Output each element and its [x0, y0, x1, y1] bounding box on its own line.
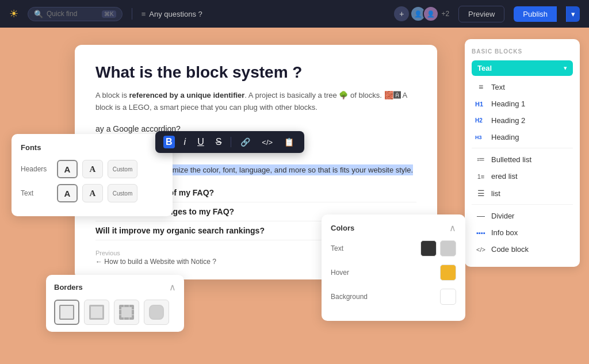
hover-color-row: Hover	[331, 265, 456, 281]
border-option-1[interactable]	[54, 300, 79, 325]
avatar-count: +2	[441, 10, 449, 18]
pagination-prev[interactable]: Previous ← How to build a Website with N…	[95, 250, 216, 266]
infobox-icon: ▪▪▪▪	[475, 229, 487, 236]
sidebar-item-divider-label: Divider	[491, 212, 514, 220]
sidebar-item-numbered-label: ered list	[491, 172, 518, 181]
format-toolbar: B i U S 🔗 </> 📋	[155, 131, 304, 153]
sidebar-divider-1	[472, 148, 573, 148]
search-bar[interactable]: 🔍 ⌘K	[28, 7, 123, 21]
publish-button[interactable]: Publish	[514, 6, 557, 22]
content-description: A block is referenced by a unique identi…	[95, 90, 416, 114]
text-font-option-1[interactable]: A	[57, 184, 78, 202]
fonts-panel: Fonts ∧ Headers A A Custom Text A A Cust…	[12, 134, 173, 216]
background-color-label: Background	[331, 293, 368, 301]
link-button[interactable]: 🔗	[238, 136, 253, 148]
search-icon: 🔍	[34, 10, 43, 18]
colors-panel-close[interactable]: ∧	[449, 223, 456, 233]
sidebar-item-divider[interactable]: — Divider	[472, 207, 573, 224]
hover-color-swatches	[440, 265, 456, 281]
text-font-custom[interactable]: Custom	[108, 184, 137, 202]
sidebar-item-heading1[interactable]: H1 Heading 1	[472, 95, 573, 112]
sidebar-item-text[interactable]: ≡ Text	[472, 78, 573, 95]
code-button[interactable]: </>	[259, 137, 275, 148]
text-color-dark-swatch[interactable]	[420, 240, 437, 256]
text-font-option-2[interactable]: A	[82, 184, 103, 202]
text-font-label: Text	[21, 189, 52, 197]
italic-button[interactable]: i	[182, 136, 189, 148]
bold-button[interactable]: B	[163, 136, 175, 148]
teal-label: Teal	[477, 64, 492, 72]
list-icon: ☰	[475, 189, 487, 198]
sidebar-item-numbered[interactable]: 1≡ ered list	[472, 168, 573, 185]
sidebar-item-h1-label: Heading 1	[491, 99, 525, 108]
text-color-row: Text	[331, 240, 456, 256]
more-button[interactable]: 📋	[282, 136, 296, 148]
questions-label: Any questions ?	[149, 10, 202, 18]
h3-icon: H3	[475, 135, 487, 140]
text-color-light-swatch[interactable]	[440, 240, 456, 256]
sidebar-divider-2	[472, 204, 573, 205]
background-color-swatches	[440, 289, 456, 305]
hover-color-swatch[interactable]	[440, 265, 456, 281]
publish-dropdown-button[interactable]: ▾	[566, 6, 580, 22]
teal-chevron-icon: ▾	[564, 64, 567, 72]
right-sidebar: BASIC BLOCKS Teal ▾ ≡ Text H1 Heading 1 …	[465, 39, 580, 267]
sidebar-item-codeblock[interactable]: </> Code block	[472, 241, 573, 258]
nav-divider	[132, 8, 132, 20]
bulleted-list-icon: ≔	[475, 155, 487, 164]
avatar-2: 👤	[423, 6, 439, 22]
borders-panel-header: Borders ∧	[54, 282, 176, 293]
border-options	[54, 300, 176, 325]
border-option-4[interactable]	[144, 300, 169, 325]
search-input[interactable]	[47, 10, 98, 18]
text-color-label: Text	[331, 244, 343, 252]
numbered-list-icon: 1≡	[475, 173, 487, 180]
border-option-2[interactable]	[84, 300, 109, 325]
headers-font-option-2[interactable]: A	[82, 160, 103, 178]
page-title: What is the block system ?	[95, 63, 416, 82]
divider-icon: —	[475, 211, 487, 220]
sidebar-item-h3-label: Heading	[491, 133, 519, 141]
prev-label: Previous	[95, 250, 120, 256]
hover-color-label: Hover	[331, 269, 349, 277]
headers-font-row: Headers A A Custom	[21, 160, 163, 178]
preview-button[interactable]: Preview	[458, 6, 504, 22]
text-font-row: Text A A Custom	[21, 184, 163, 202]
fonts-panel-header: Fonts ∧	[21, 142, 163, 153]
underline-button[interactable]: U	[195, 136, 206, 148]
codeblock-icon: </>	[475, 246, 487, 253]
borders-panel-close[interactable]: ∧	[169, 282, 176, 293]
sidebar-item-list[interactable]: ☰ list	[472, 185, 573, 202]
nav-questions[interactable]: ≡ Any questions ?	[141, 10, 202, 18]
fonts-panel-title: Fonts	[21, 143, 41, 152]
sidebar-item-heading2[interactable]: H2 Heading 2	[472, 112, 573, 129]
strikethrough-button[interactable]: S	[213, 136, 224, 148]
headers-font-option-1[interactable]: A	[57, 160, 78, 178]
sidebar-item-list-label: list	[491, 189, 500, 198]
sidebar-item-infobox-label: Info box	[491, 228, 518, 237]
colors-panel: Colors ∧ Text Hover Background	[322, 214, 465, 321]
main-area: What is the block system ? A block is re…	[0, 28, 589, 364]
top-navigation: ☀ 🔍 ⌘K ≡ Any questions ? + 👤 👤 +2 Previe…	[0, 0, 589, 28]
toolbar-divider	[231, 137, 231, 147]
h2-icon: H2	[475, 117, 487, 124]
background-color-swatch[interactable]	[440, 289, 456, 305]
sidebar-item-h2-label: Heading 2	[491, 116, 525, 125]
text-icon: ≡	[475, 82, 487, 91]
nav-avatars: + 👤 👤 +2	[394, 6, 449, 22]
text-color-swatches	[420, 240, 456, 256]
sun-icon: ☀	[9, 7, 18, 20]
borders-panel-title: Borders	[54, 283, 83, 292]
search-shortcut: ⌘K	[102, 10, 116, 18]
teal-item[interactable]: Teal ▾	[472, 60, 573, 76]
h1-icon: H1	[475, 101, 487, 108]
background-color-row: Background	[331, 289, 456, 305]
borders-panel: Borders ∧	[46, 275, 184, 332]
border-option-3[interactable]	[114, 300, 139, 325]
sidebar-item-infobox[interactable]: ▪▪▪▪ Info box	[472, 224, 573, 241]
colors-panel-header: Colors ∧	[331, 223, 456, 233]
sidebar-item-heading3[interactable]: H3 Heading	[472, 129, 573, 145]
sidebar-item-bulleted[interactable]: ≔ Bulletted list	[472, 151, 573, 168]
add-collaborator-button[interactable]: +	[394, 6, 409, 21]
headers-font-custom[interactable]: Custom	[108, 160, 137, 178]
